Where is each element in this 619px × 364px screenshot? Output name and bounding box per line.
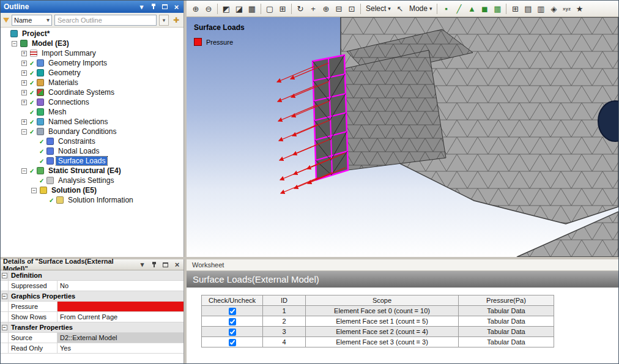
tree-item-geometry[interactable]: Geometry — [1, 68, 183, 78]
search-input[interactable] — [54, 15, 157, 26]
tree-item-solution[interactable]: Solution (E5) — [1, 185, 183, 195]
chevron-down-icon[interactable] — [138, 3, 146, 11]
iso-view-icon[interactable]: ◩ — [220, 2, 232, 15]
tree-item-geometry-imports[interactable]: Geometry Imports — [1, 58, 183, 68]
row-checkbox[interactable] — [229, 308, 236, 315]
tree-item-named-selections[interactable]: Named Selections — [1, 117, 183, 127]
chevron-down-icon[interactable] — [138, 261, 146, 269]
close-icon[interactable] — [172, 3, 180, 11]
tree-item-analysis-settings[interactable]: Analysis Settings — [1, 176, 183, 185]
face-filter-icon[interactable]: ▲ — [465, 2, 478, 15]
body-filter-icon[interactable]: ◼ — [478, 2, 491, 15]
cell-pressure[interactable]: Tabular Data — [459, 337, 554, 347]
worksheet-tab[interactable]: Worksheet — [187, 259, 618, 271]
named-selection-icon[interactable]: ▤ — [522, 2, 534, 15]
extend-selection-icon[interactable]: ▦ — [491, 2, 503, 15]
collapse-icon[interactable] — [21, 168, 27, 174]
column-header-check[interactable]: Check/Uncheck — [202, 295, 263, 306]
tree-item-static-structural[interactable]: Static Structural (E4) — [1, 166, 183, 176]
mesh-3d-view[interactable] — [187, 17, 618, 257]
cell-pressure[interactable]: Tabular Data — [459, 316, 554, 327]
pressure-face-highlight[interactable] — [313, 55, 348, 180]
collapse-icon[interactable] — [2, 273, 7, 278]
row-checkbox[interactable] — [229, 318, 236, 325]
shaded-view-icon[interactable]: ◪ — [233, 2, 245, 15]
column-header-scope[interactable]: Scope — [306, 295, 459, 306]
close-icon[interactable] — [173, 261, 181, 269]
outline-filter-row: Name ▾ ✚ — [1, 13, 183, 28]
mode-dropdown[interactable]: Mode — [407, 4, 435, 13]
collapse-icon[interactable] — [12, 41, 17, 46]
rotate-icon[interactable]: ↻ — [294, 2, 306, 15]
suppressed-value[interactable]: No — [57, 281, 183, 291]
expand-icon[interactable] — [21, 100, 27, 105]
expand-icon[interactable] — [21, 51, 27, 56]
name-filter-select[interactable]: Name — [12, 15, 52, 26]
tree-item-surface-loads[interactable]: Surface Loads — [1, 156, 183, 166]
show-rows-value[interactable]: From Current Page — [57, 312, 183, 322]
details-category-definition[interactable]: Definition — [1, 270, 183, 281]
wireframe-view-icon[interactable]: ▦ — [246, 2, 258, 15]
row-checkbox[interactable] — [229, 339, 236, 346]
column-header-pressure[interactable]: Pressure(Pa) — [459, 295, 554, 306]
details-category-transfer-properties[interactable]: Transfer Properties — [1, 322, 183, 333]
collapse-icon[interactable] — [21, 129, 27, 135]
details-titlebar[interactable]: Details of "Surface Loads(External Model… — [1, 259, 183, 270]
row-checkbox[interactable] — [229, 329, 236, 336]
expand-icon[interactable] — [21, 80, 27, 86]
tree-item-constraints[interactable]: Constraints — [1, 136, 183, 146]
details-row-suppressed: Suppressed No — [1, 281, 183, 291]
read-only-value[interactable]: Yes — [57, 343, 183, 353]
zoom-fit-icon[interactable]: ⊡ — [346, 2, 358, 15]
pin-icon[interactable] — [149, 3, 157, 11]
manage-views-icon[interactable]: ▥ — [535, 2, 547, 15]
pan-icon[interactable]: + — [307, 2, 319, 15]
select-box-icon[interactable]: ⊞ — [276, 2, 289, 15]
tree-item-connections[interactable]: Connections — [1, 97, 183, 107]
select-dropdown[interactable]: Select — [363, 4, 393, 13]
tree-item-label: Model (E3) — [30, 39, 71, 48]
wizard-icon[interactable]: ★ — [573, 2, 585, 15]
outline-titlebar[interactable]: Outline — [1, 1, 183, 13]
expand-icon[interactable] — [21, 119, 27, 125]
expand-icon[interactable] — [21, 90, 27, 95]
zoom-out-icon[interactable]: ⊖ — [202, 2, 215, 15]
pressure-color-cell[interactable] — [57, 302, 183, 311]
flag-icon[interactable]: ◈ — [547, 2, 560, 15]
select-single-icon[interactable]: ▢ — [264, 2, 276, 15]
cell-pressure[interactable]: Tabular Data — [459, 327, 554, 337]
surface-loads-table: Check/Uncheck ID Scope Pressure(Pa) 1 El… — [201, 295, 554, 347]
maximize-icon[interactable] — [161, 261, 169, 269]
tree-item-nodal-loads[interactable]: Nodal Loads — [1, 146, 183, 156]
collapse-icon[interactable] — [31, 188, 37, 193]
tree-item-materials[interactable]: Materials — [1, 78, 183, 87]
tree-item-coordinate-systems[interactable]: Coordinate Systems — [1, 87, 183, 97]
zoom-in-icon[interactable]: ⊕ — [190, 2, 202, 15]
tree-item-solution-information[interactable]: Solution Information — [1, 195, 183, 205]
expand-icon[interactable] — [21, 61, 27, 66]
mesh-block[interactable] — [344, 50, 446, 170]
pin-icon[interactable] — [150, 261, 158, 269]
cursor-icon[interactable]: ↖ — [394, 2, 406, 15]
collapse-icon[interactable] — [2, 325, 7, 330]
zoom-box-icon[interactable]: ⊟ — [333, 2, 345, 15]
tree-item-import-summary[interactable]: Import Summary — [1, 48, 183, 58]
tree-item-project[interactable]: Project* — [1, 29, 183, 39]
expand-tree-icon[interactable]: ✚ — [171, 15, 181, 26]
edge-filter-icon[interactable]: ╱ — [453, 2, 465, 15]
cell-pressure[interactable]: Tabular Data — [459, 306, 554, 316]
xyz-triad-icon[interactable]: xyz — [560, 2, 573, 15]
model-viewport[interactable]: Surface Loads Pressure — [187, 17, 618, 257]
tree-item-model[interactable]: Model (E3) — [1, 39, 183, 48]
tree-item-mesh[interactable]: Mesh — [1, 107, 183, 117]
column-header-id[interactable]: ID — [263, 295, 306, 306]
maximize-icon[interactable] — [161, 3, 169, 11]
vertex-filter-icon[interactable]: ▪ — [440, 2, 452, 15]
collapse-icon[interactable] — [2, 294, 7, 299]
expand-icon[interactable] — [21, 70, 27, 76]
snap-icon[interactable]: ⊞ — [509, 2, 521, 15]
zoom-tool-icon[interactable]: ⊕ — [320, 2, 332, 15]
search-options-chevron-icon[interactable]: ▾ — [159, 15, 169, 26]
tree-item-boundary-conditions[interactable]: Boundary Conditions — [1, 127, 183, 136]
details-category-graphics-properties[interactable]: Graphics Properties — [1, 291, 183, 302]
